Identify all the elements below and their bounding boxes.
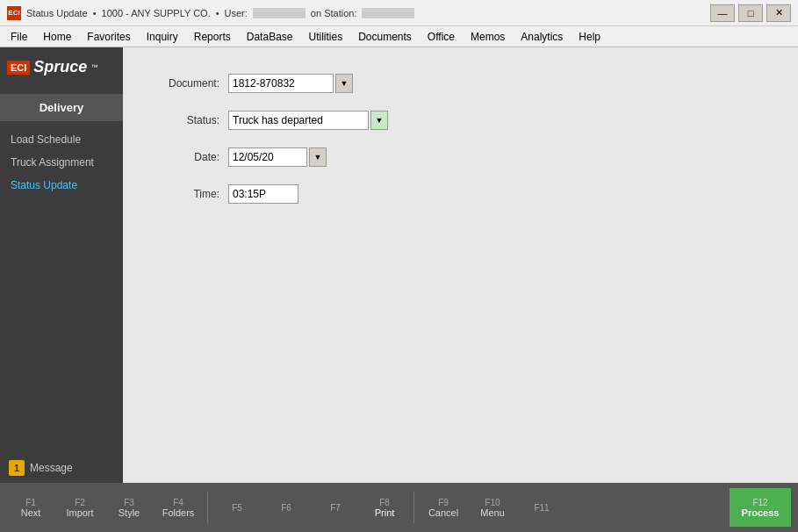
toolbar-btn-folders[interactable]: F4Folders — [155, 488, 202, 527]
toolbar-btn-style[interactable]: F3Style — [105, 488, 153, 527]
menu-item-memos[interactable]: Memos — [464, 29, 512, 45]
time-control-group — [228, 184, 298, 204]
menu-item-office[interactable]: Office — [421, 29, 462, 45]
time-input[interactable] — [228, 184, 298, 204]
status-row: Status: ▼ — [158, 111, 763, 130]
date-dropdown-button[interactable]: ▼ — [309, 147, 327, 167]
sidebar: ECI Spruce™ Delivery Load Schedule Truck… — [0, 47, 123, 483]
menu-item-analytics[interactable]: Analytics — [514, 29, 570, 45]
date-label: Date: — [158, 151, 219, 163]
time-row: Time: — [158, 184, 763, 204]
time-label: Time: — [158, 188, 219, 200]
menu-item-favorites[interactable]: Favorites — [80, 29, 137, 45]
toolbar-btn-import[interactable]: F2Import — [56, 488, 104, 527]
toolbar-btn-next[interactable]: F1Next — [7, 488, 54, 527]
title-company: 1000 - ANY SUPPLY CO. — [102, 8, 211, 18]
menu-item-database[interactable]: DataBase — [240, 29, 300, 45]
menu-item-help[interactable]: Help — [572, 29, 607, 45]
title-text: Status Update — [26, 8, 88, 18]
title-user-label: User: — [225, 8, 248, 18]
toolbar-btn-menu[interactable]: F10Menu — [469, 488, 516, 527]
menu-item-file[interactable]: File — [4, 29, 34, 45]
title-sep1: • — [93, 8, 97, 18]
document-control-group: ▼ — [228, 74, 353, 93]
document-dropdown-button[interactable]: ▼ — [335, 74, 353, 93]
menu-item-home[interactable]: Home — [36, 29, 78, 45]
content-area: Document: ▼ Status: ▼ Date: ▼ — [123, 47, 798, 483]
document-input[interactable] — [228, 74, 334, 93]
toolbar-btn-cancel[interactable]: F9Cancel — [420, 488, 467, 527]
menu-bar: FileHomeFavoritesInquiryReportsDataBaseU… — [0, 26, 798, 47]
logo-area: ECI Spruce™ — [0, 47, 123, 87]
sidebar-item-load-schedule[interactable]: Load Schedule — [0, 128, 123, 151]
menu-item-inquiry[interactable]: Inquiry — [140, 29, 185, 45]
date-input[interactable] — [228, 147, 307, 167]
message-count-badge: 1 — [9, 460, 25, 476]
close-button[interactable]: ✕ — [766, 4, 791, 22]
toolbar-btn-[interactable]: F11 — [518, 488, 565, 527]
menu-item-documents[interactable]: Documents — [351, 29, 419, 45]
title-station-value — [362, 8, 414, 18]
maximize-button[interactable]: □ — [738, 4, 763, 22]
date-control-group: ▼ — [228, 147, 327, 167]
main-layout: ECI Spruce™ Delivery Load Schedule Truck… — [0, 47, 798, 483]
menu-item-reports[interactable]: Reports — [187, 29, 238, 45]
title-bar: ECI Status Update • 1000 - ANY SUPPLY CO… — [0, 0, 798, 26]
status-dropdown-button[interactable]: ▼ — [370, 111, 388, 130]
menu-item-utilities[interactable]: Utilities — [301, 29, 349, 45]
sidebar-section-header: Delivery — [0, 94, 123, 121]
title-user-value — [253, 8, 306, 18]
form-section: Document: ▼ Status: ▼ Date: ▼ — [158, 74, 763, 204]
toolbar-btn-print[interactable]: F8Print — [361, 488, 408, 527]
toolbar-btn-[interactable]: F6 — [262, 488, 310, 527]
window-controls: — □ ✕ — [710, 4, 791, 22]
sidebar-item-status-update[interactable]: Status Update — [0, 174, 123, 197]
toolbar-btn-[interactable]: F5 — [213, 488, 261, 527]
document-label: Document: — [158, 77, 219, 90]
sidebar-item-truck-assignment[interactable]: Truck Assignment — [0, 151, 123, 174]
title-sep2: • — [216, 8, 219, 18]
status-input[interactable] — [228, 111, 369, 130]
logo-spruce: Spruce — [33, 58, 87, 76]
sidebar-nav: Load Schedule Truck Assignment Status Up… — [0, 121, 123, 204]
date-row: Date: ▼ — [158, 147, 763, 167]
toolbar-separator-1 — [207, 492, 208, 523]
process-button[interactable]: F12Process — [730, 488, 791, 527]
document-row: Document: ▼ — [158, 74, 763, 93]
status-label: Status: — [158, 114, 219, 126]
title-station-label: on Station: — [311, 8, 357, 18]
message-bar: 1 Message — [0, 453, 123, 483]
logo-tm: ™ — [90, 63, 97, 71]
logo-eci: ECI — [7, 61, 30, 75]
toolbar-separator-2 — [413, 492, 414, 523]
minimize-button[interactable]: — — [710, 4, 735, 22]
app-icon: ECI — [7, 6, 21, 20]
title-bar-info: ECI Status Update • 1000 - ANY SUPPLY CO… — [7, 6, 414, 20]
toolbar-btn-[interactable]: F7 — [312, 488, 359, 527]
toolbar: F1NextF2ImportF3StyleF4FoldersF5F6F7F8Pr… — [0, 483, 798, 532]
message-label: Message — [30, 462, 73, 474]
status-control-group: ▼ — [228, 111, 388, 130]
